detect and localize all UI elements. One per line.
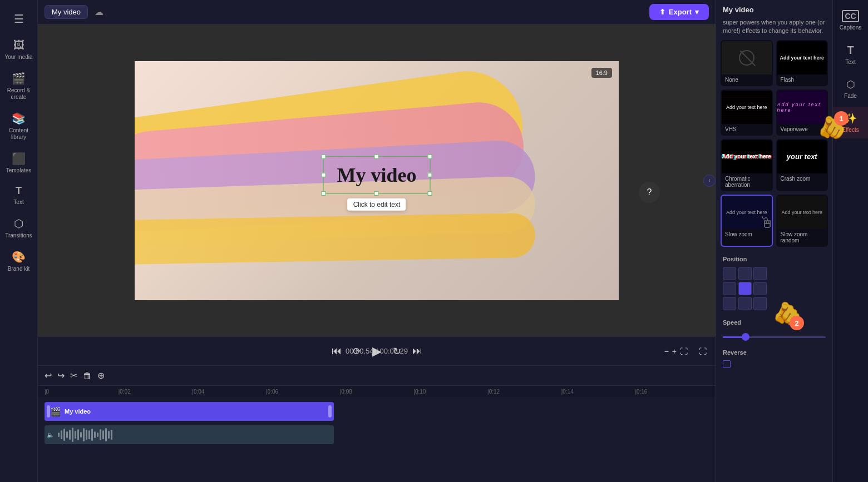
effect-vhs[interactable]: Add your text here VHS [721,90,773,136]
effect-crash-zoom[interactable]: your text Crash zoom [776,139,828,191]
sidebar-item-text[interactable]: T Text [0,180,37,211]
video-track-row: 🎬 My video [45,401,709,421]
handle-ml[interactable] [322,172,326,177]
wave-bar [88,430,90,439]
skip-back-button[interactable]: ⏮ [332,345,342,357]
delete-button[interactable]: 🗑 [83,371,92,381]
text-overlay[interactable]: My video Click to edit text [323,156,431,193]
zoom-controls: − + ⛶ [664,347,688,356]
sidebar-item-brand-kit[interactable]: 🎨 Brand kit [0,245,37,278]
right-panel: My video super powers when you apply one… [716,0,832,482]
playback-controls: ⏮ ⟳ ▶ ↻ ⏭ 00:00.54 / 00:08.29 − + ⛶ ⛶ [38,336,716,365]
project-title[interactable]: My video [45,5,88,19]
effect-chroma-preview: Add your text here [722,140,772,173]
handle-bl[interactable] [322,191,326,195]
sidebar-item-record[interactable]: 🎬 Record & create [0,66,37,106]
sidebar-label-transitions: Transitions [5,232,32,239]
handle-tm[interactable] [374,154,379,158]
effects-label: Effects [842,127,859,133]
fit-button[interactable]: ⛶ [680,347,688,356]
track-handle-right[interactable] [328,405,332,418]
sidebar-item-your-media[interactable]: 🖼 Your media [0,33,37,66]
zoom-out-button[interactable]: − [664,347,669,356]
effect-vhs-preview: Add your text here [722,91,772,124]
fade-label: Fade [844,93,857,99]
wave-bar [86,430,87,440]
redo-button[interactable]: ↪ [57,370,65,381]
sidebar-item-transitions[interactable]: ⬡ Transitions [0,211,37,245]
add-button[interactable]: ⊕ [97,370,105,381]
handle-mr[interactable] [427,172,432,177]
effect-slow-zoom-random[interactable]: Add your text here Slow zoom random [776,195,828,247]
video-track[interactable]: 🎬 My video [45,402,334,421]
reverse-label: Reverse [723,349,826,356]
pos-cell-ml[interactable] [723,282,736,295]
reverse-checkbox[interactable] [723,360,731,368]
sidebar-label-text: Text [13,199,23,206]
text-icon: T [16,185,22,197]
effect-slowzoom-label: Slow zoom [722,229,772,240]
click-to-edit-tooltip: Click to edit text [348,198,406,210]
pos-cell-br[interactable] [753,297,767,310]
effect-slowzoom-preview: Add your text here 🖱 [722,196,772,229]
skip-forward-button[interactable]: ⏭ [412,345,422,357]
fullscreen-button[interactable]: ⛶ [699,347,707,356]
zoom-in-button[interactable]: + [672,347,677,356]
pos-cell-mr[interactable] [753,282,767,295]
video-canvas: My video Click to edit text 16:9 [135,61,619,300]
undo-button[interactable]: ↩ [45,370,52,381]
wave-bar [72,428,73,442]
effect-chromatic-label: Chromatic aberration [722,173,772,190]
far-right-text[interactable]: T Text [833,38,868,71]
help-button[interactable]: ? [639,182,660,203]
sidebar-item-content-library[interactable]: 📚 Content library [0,106,37,146]
far-right-fade[interactable]: ⬡ Fade [833,73,868,105]
effect-flash[interactable]: Add your text here Flash [776,40,828,86]
effect-flash-preview: Add your text here [777,41,827,74]
ruler-mark-8: |0:08 [340,389,414,395]
ruler-mark-10: |0:10 [413,389,487,395]
panel-intro-content: super powers when you apply one (or more… [723,19,825,34]
handle-tl[interactable] [322,154,326,158]
pos-cell-bc[interactable] [738,297,752,310]
transitions-icon: ⬡ [14,217,23,230]
position-grid [723,267,767,310]
position-section: Position [716,251,832,315]
slowzoom-preview-text: Add your text here [726,210,767,215]
pos-cell-mc[interactable] [738,282,752,295]
pos-cell-tr[interactable] [753,267,767,280]
effects-icon: ✨ [845,112,857,125]
handle-tr[interactable] [427,154,432,158]
timeline-ruler: |0 |0:02 |0:04 |0:06 |0:08 |0:10 |0:12 |… [38,386,716,397]
sidebar-hamburger[interactable]: ☰ [0,4,37,33]
handle-bm[interactable] [374,191,379,195]
text-label: Text [845,59,855,65]
effect-none[interactable]: None [721,40,773,86]
pos-cell-tc[interactable] [738,267,752,280]
crash-preview-text: your text [787,152,817,161]
far-right-captions[interactable]: CC Captions [833,4,868,36]
panel-collapse-arrow[interactable]: ‹ [703,175,716,187]
cut-button[interactable]: ✂ [70,370,77,381]
audio-track[interactable]: 🔈 [45,425,334,444]
pos-cell-bl[interactable] [723,297,736,310]
ruler-mark-16: |0:16 [635,389,709,395]
effect-slow-zoom[interactable]: Add your text here 🖱 Slow zoom [721,195,773,247]
effect-none-preview [722,41,772,74]
wave-bar [91,429,93,441]
cloud-save-icon: ☁ [95,7,103,17]
effect-chromatic[interactable]: Add your text here Chromatic aberration [721,139,773,191]
sidebar-item-templates[interactable]: ⬛ Templates [0,146,37,180]
track-handle-left[interactable] [47,405,50,418]
effect-vaporwave[interactable]: Add your text here Vaporwave [776,90,828,136]
export-button[interactable]: ⬆ Export ▾ [649,4,709,20]
speed-slider[interactable] [723,336,826,338]
wave-bar [61,430,62,439]
far-right-effects[interactable]: ✨ Effects [833,107,868,138]
canvas-title-text: My video [337,163,417,186]
hamburger-icon: ☰ [14,12,24,26]
ruler-mark-12: |0:12 [487,389,561,395]
wave-bar [80,432,82,438]
handle-br[interactable] [427,191,432,195]
pos-cell-tl[interactable] [723,267,736,280]
